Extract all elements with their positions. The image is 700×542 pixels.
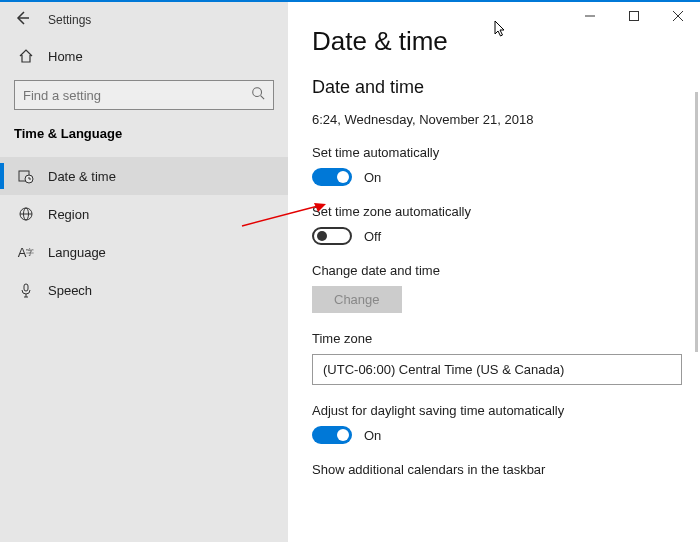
set-tz-auto-toggle[interactable] xyxy=(312,227,352,245)
dst-label: Adjust for daylight saving time automati… xyxy=(312,403,700,418)
sidebar-item-region[interactable]: Region xyxy=(0,195,288,233)
search-input-wrapper[interactable] xyxy=(14,80,274,110)
search-input[interactable] xyxy=(23,88,251,103)
scrollbar[interactable] xyxy=(695,92,698,352)
home-icon xyxy=(18,48,34,64)
home-nav[interactable]: Home xyxy=(0,36,288,76)
microphone-icon xyxy=(18,282,34,298)
svg-line-1 xyxy=(261,96,265,100)
section-heading: Date and time xyxy=(312,77,700,98)
close-button[interactable] xyxy=(656,2,700,30)
dst-toggle[interactable] xyxy=(312,426,352,444)
maximize-button[interactable] xyxy=(612,2,656,30)
sidebar-item-speech[interactable]: Speech xyxy=(0,271,288,309)
timezone-select[interactable]: (UTC-06:00) Central Time (US & Canada) xyxy=(312,354,682,385)
sidebar: Settings Home Time & Language Date & tim… xyxy=(0,2,288,542)
back-button[interactable] xyxy=(14,10,30,30)
timezone-value: (UTC-06:00) Central Time (US & Canada) xyxy=(323,362,564,377)
language-icon: A字 xyxy=(18,244,34,260)
minimize-button[interactable] xyxy=(568,2,612,30)
search-icon xyxy=(251,86,265,104)
toggle-state: On xyxy=(364,170,381,185)
section-header: Time & Language xyxy=(0,126,288,157)
sidebar-item-label: Region xyxy=(48,207,89,222)
additional-cal-label: Show additional calendars in the taskbar xyxy=(312,462,700,477)
svg-point-0 xyxy=(253,88,262,97)
calendar-clock-icon xyxy=(18,168,34,184)
page-title: Date & time xyxy=(312,26,700,57)
current-datetime: 6:24, Wednesday, November 21, 2018 xyxy=(312,112,700,127)
timezone-label: Time zone xyxy=(312,331,700,346)
set-time-auto-label: Set time automatically xyxy=(312,145,700,160)
sidebar-item-language[interactable]: A字 Language xyxy=(0,233,288,271)
sidebar-item-date-time[interactable]: Date & time xyxy=(0,157,288,195)
globe-icon xyxy=(18,206,34,222)
set-tz-auto-label: Set time zone automatically xyxy=(312,204,700,219)
window-title: Settings xyxy=(48,13,91,27)
sidebar-item-label: Date & time xyxy=(48,169,116,184)
toggle-state: Off xyxy=(364,229,381,244)
svg-rect-9 xyxy=(630,12,639,21)
main-content: Date & time Date and time 6:24, Wednesda… xyxy=(288,2,700,542)
home-label: Home xyxy=(48,49,83,64)
change-button: Change xyxy=(312,286,402,313)
sidebar-item-label: Speech xyxy=(48,283,92,298)
svg-rect-7 xyxy=(24,284,28,291)
change-dt-label: Change date and time xyxy=(312,263,700,278)
set-time-auto-toggle[interactable] xyxy=(312,168,352,186)
sidebar-item-label: Language xyxy=(48,245,106,260)
toggle-state: On xyxy=(364,428,381,443)
